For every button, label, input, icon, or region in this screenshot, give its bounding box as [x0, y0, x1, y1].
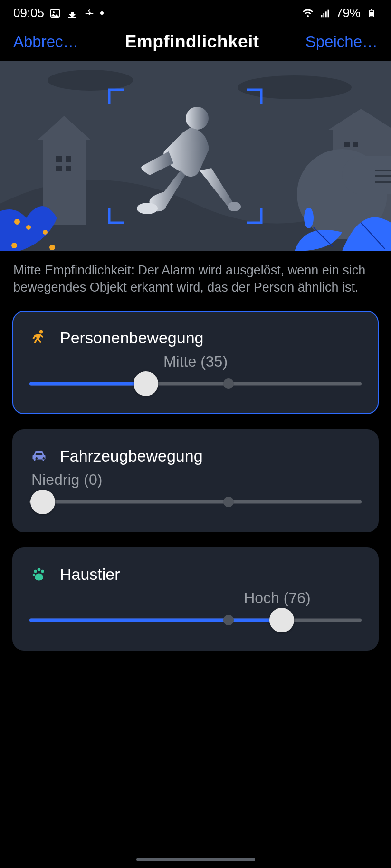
svg-rect-5: [325, 11, 327, 17]
vehicle-icon: [29, 446, 48, 465]
svg-point-38: [228, 202, 241, 211]
battery-icon: [365, 7, 378, 19]
sensitivity-description: Mitte Empfindlichkeit: Der Alarm wird au…: [0, 251, 391, 299]
card-person[interactable]: Personenbewegung Mitte (35): [12, 311, 379, 414]
svg-point-29: [26, 225, 31, 230]
card-vehicle[interactable]: Fahrzeugbewegung Niedrig (0): [12, 429, 379, 532]
svg-rect-22: [353, 142, 358, 147]
slider-marker: [223, 378, 234, 389]
svg-point-31: [11, 243, 17, 248]
svg-point-28: [14, 219, 20, 225]
svg-point-12: [238, 75, 352, 99]
card-title-person: Personenbewegung: [60, 329, 203, 347]
battery-percent: 79%: [336, 6, 361, 20]
svg-point-42: [41, 570, 44, 573]
sync-icon: [83, 7, 95, 19]
svg-rect-16: [66, 156, 71, 162]
card-pet[interactable]: Haustier Hoch (76): [12, 547, 379, 651]
pet-icon: [29, 565, 48, 584]
slider-person[interactable]: [29, 373, 362, 394]
slider-thumb[interactable]: [30, 490, 55, 514]
svg-point-37: [137, 203, 158, 214]
svg-point-36: [186, 107, 209, 130]
svg-rect-15: [56, 156, 62, 162]
svg-rect-6: [327, 9, 329, 17]
person-icon: [29, 328, 48, 347]
svg-point-33: [304, 208, 314, 228]
svg-rect-4: [323, 13, 324, 17]
home-indicator[interactable]: [136, 858, 255, 861]
screen: 09:05 79% Abbrec…: [0, 0, 391, 868]
svg-point-30: [43, 230, 48, 235]
status-time: 09:05: [13, 6, 44, 20]
wifi-icon: [302, 7, 314, 19]
svg-rect-3: [321, 15, 323, 17]
page-title: Empfindlichkeit: [125, 32, 259, 52]
download-icon: [66, 7, 78, 19]
slider-pet[interactable]: [29, 610, 362, 631]
slider-thumb[interactable]: [134, 371, 158, 396]
svg-point-41: [38, 568, 41, 571]
svg-rect-21: [344, 142, 350, 147]
cancel-button[interactable]: Abbrec…: [13, 33, 79, 51]
svg-point-43: [33, 574, 35, 576]
app-header: Abbrec… Empfindlichkeit Speiche…: [0, 23, 391, 61]
svg-point-40: [34, 570, 37, 573]
svg-rect-8: [371, 9, 372, 10]
slider-vehicle[interactable]: [29, 491, 362, 512]
slider-marker: [223, 497, 234, 507]
slider-fill: [29, 619, 282, 622]
picture-icon: [49, 7, 61, 19]
sensitivity-cards: Personenbewegung Mitte (35) Fahrzeugbewe…: [0, 299, 391, 663]
svg-point-11: [48, 70, 133, 91]
svg-point-39: [39, 330, 43, 334]
save-button[interactable]: Speiche…: [305, 33, 378, 51]
slider-value-person: Mitte (35): [29, 353, 362, 370]
svg-rect-17: [56, 166, 62, 171]
slider-fill: [29, 382, 146, 386]
signal-icon: [319, 7, 331, 19]
slider-value-vehicle: Niedrig (0): [29, 471, 362, 489]
svg-rect-9: [370, 12, 373, 16]
slider-marker: [223, 615, 234, 625]
notification-dot-icon: [100, 11, 104, 15]
slider-value-pet: Hoch (76): [29, 589, 362, 607]
svg-rect-2: [68, 17, 76, 18]
hero-illustration: [0, 61, 391, 251]
card-title-pet: Haustier: [60, 565, 120, 584]
svg-rect-18: [66, 166, 71, 171]
card-title-vehicle: Fahrzeugbewegung: [60, 447, 203, 465]
svg-point-32: [49, 245, 55, 250]
slider-thumb[interactable]: [269, 608, 294, 632]
svg-point-1: [53, 11, 55, 13]
status-bar: 09:05 79%: [0, 0, 391, 23]
slider-track: [29, 500, 362, 504]
